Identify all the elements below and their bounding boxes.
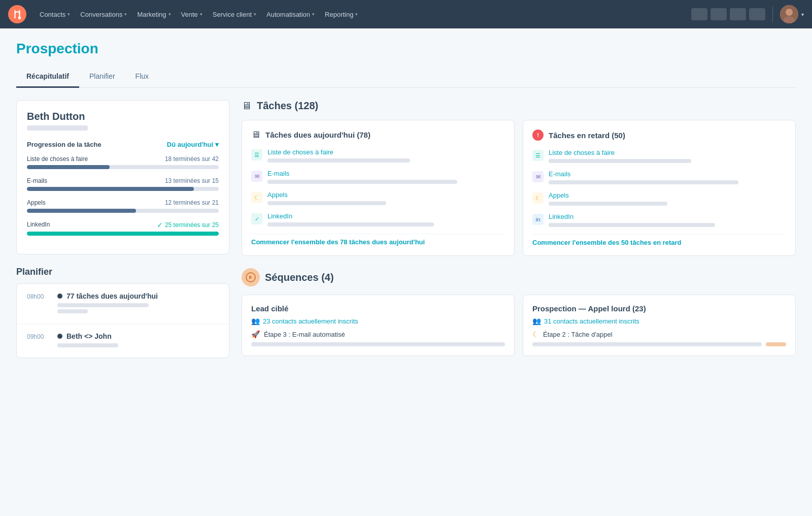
sequences-cards-row: Lead ciblé 👥 23 contacts actuellement in… xyxy=(242,295,796,356)
nav-logo[interactable] xyxy=(8,5,26,23)
person-subtitle-bar xyxy=(27,125,88,131)
tasks-late-title: Tâches en retard (50) xyxy=(549,131,625,140)
svg-point-1 xyxy=(18,17,21,19)
top-nav: Contacts ▾Conversations ▾Marketing ▾Vent… xyxy=(0,0,812,28)
progress-item-1: E-mails13 terminées sur 15 xyxy=(27,177,219,191)
seq-card-0: Lead ciblé 👥 23 contacts actuellement in… xyxy=(242,295,515,356)
schedule-content-2: Beth <> John xyxy=(57,332,219,349)
tasks-late-link[interactable]: Commencer l'ensemble des 50 tâches en re… xyxy=(532,234,786,246)
nav-item-conversations[interactable]: Conversations ▾ xyxy=(75,8,132,21)
seq-card-1-contacts[interactable]: 👥 31 contacts actuellement inscrits xyxy=(532,317,786,325)
planifier-title: Planifier xyxy=(16,267,229,277)
seq-bar-main-1 xyxy=(532,342,762,346)
tasks-late-items-item-name-2[interactable]: Appels xyxy=(549,191,786,199)
tasks-late-items-item-icon-1: ✉ xyxy=(532,171,544,182)
progress-item-0: Liste de choses à faire18 terminées sur … xyxy=(27,155,219,169)
schedule-time-1: 08h00 xyxy=(27,292,49,300)
tab-planifier[interactable]: Planifier xyxy=(79,67,125,88)
tab-flux[interactable]: Flux xyxy=(125,67,159,88)
tasks-today-items-item-icon-2: ☾ xyxy=(251,192,262,203)
nav-action-btn-2[interactable] xyxy=(710,8,727,20)
tasks-late-items-item-icon-0: ☰ xyxy=(532,150,544,161)
tasks-today-card: 🖥 Tâches dues aujourd'hui (78) ☰Liste de… xyxy=(242,120,515,256)
tasks-today-items-item-name-3[interactable]: LinkedIn xyxy=(267,212,505,220)
seq-step-icon-1: ☾ xyxy=(532,330,539,338)
nav-item-contacts[interactable]: Contacts ▾ xyxy=(35,8,75,21)
seq-bar-0 xyxy=(251,342,505,346)
progress-item-2: Appels12 terminées sur 21 xyxy=(27,199,219,213)
tasks-today-items-item-1: ✉E-mails xyxy=(251,170,505,184)
tasks-late-badge: ! xyxy=(532,130,544,141)
tasks-today-items-item-icon-1: ✉ xyxy=(251,171,262,182)
nav-item-automatisation[interactable]: Automatisation ▾ xyxy=(261,8,320,21)
tab-recapitulatif[interactable]: Récapitulatif xyxy=(16,67,79,88)
progress-items: Liste de choses à faire18 terminées sur … xyxy=(27,155,219,236)
seq-card-1-title: Prospection — Appel lourd (23) xyxy=(532,304,786,313)
schedule-event-1: 77 tâches dues aujourd'hui xyxy=(57,292,219,300)
dot-1 xyxy=(57,294,62,299)
tasks-late-card: ! Tâches en retard (50) ☰Liste de choses… xyxy=(523,120,796,256)
schedule-bar-1a xyxy=(57,303,149,307)
tasks-late-items-item-icon-2: ☾ xyxy=(532,192,544,204)
seq-card-0-contacts[interactable]: 👥 23 contacts actuellement inscrits xyxy=(251,317,505,325)
tasks-today-icon: 🖥 xyxy=(251,130,260,140)
progress-header: Progression de la tâche Dû aujourd'hui ▾ xyxy=(27,141,219,148)
schedule-time-2: 09h00 xyxy=(27,332,49,340)
sequences-section-header: Séquences (4) xyxy=(242,268,796,286)
tasks-row: 🖥 Tâches dues aujourd'hui (78) ☰Liste de… xyxy=(242,120,796,256)
tasks-today-link[interactable]: Commencer l'ensemble des 78 tâches dues … xyxy=(251,234,505,246)
tab-bar: Récapitulatif Planifier Flux xyxy=(16,67,796,88)
tasks-today-items-item-name-1[interactable]: E-mails xyxy=(267,170,505,177)
tasks-today-items: ☰Liste de choses à faire✉E-mails☾Appels✓… xyxy=(251,148,505,227)
tasks-today-header: 🖥 Tâches dues aujourd'hui (78) xyxy=(251,130,505,140)
seq-card-0-title: Lead ciblé xyxy=(251,304,505,313)
person-name: Beth Dutton xyxy=(27,111,219,122)
tasks-late-items-item-2: ☾Appels xyxy=(532,191,786,206)
schedule-row-2: 09h00 Beth <> John xyxy=(17,324,229,358)
nav-action-btn-1[interactable] xyxy=(691,8,707,20)
tasks-late-items-item-3: inLinkedIn xyxy=(532,213,786,227)
left-column: Beth Dutton Progression de la tâche Dû a… xyxy=(16,100,229,358)
tasks-today-items-item-3: ✓LinkedIn xyxy=(251,212,505,227)
tasks-today-title: Tâches dues aujourd'hui (78) xyxy=(265,131,370,139)
seq-card-1: Prospection — Appel lourd (23) 👥 31 cont… xyxy=(523,295,796,356)
schedule-content-1: 77 tâches dues aujourd'hui xyxy=(57,292,219,315)
tasks-late-items-item-name-3[interactable]: LinkedIn xyxy=(549,213,786,220)
page-title: Prospection xyxy=(16,41,796,57)
nav-items: Contacts ▾Conversations ▾Marketing ▾Vent… xyxy=(35,8,363,21)
sequences-section-heading: Séquences (4) xyxy=(265,272,334,283)
nav-item-vente[interactable]: Vente ▾ xyxy=(176,8,208,21)
main-layout: Beth Dutton Progression de la tâche Dû a… xyxy=(16,100,796,358)
avatar[interactable] xyxy=(780,5,798,23)
nav-item-service-client[interactable]: Service client ▾ xyxy=(208,8,261,21)
tasks-today-items-item-name-0[interactable]: Liste de choses à faire xyxy=(267,148,505,156)
progress-due[interactable]: Dû aujourd'hui ▾ xyxy=(167,141,219,148)
seq-card-0-step: 🚀 Étape 3 : E-mail automatisé xyxy=(251,330,505,338)
avatar-chevron: ▾ xyxy=(801,12,804,17)
progress-item-3: LinkedIn✓ 25 terminées sur 25 xyxy=(27,221,219,236)
tasks-late-items-item-name-1[interactable]: E-mails xyxy=(549,170,786,178)
tasks-section-heading: Tâches (128) xyxy=(257,100,318,112)
sequences-section-icon xyxy=(242,268,260,286)
nav-action-btn-4[interactable] xyxy=(749,8,765,20)
tasks-late-items-item-0: ☰Liste de choses à faire xyxy=(532,149,786,163)
right-column: 🖥 Tâches (128) 🖥 Tâches dues aujourd'hui… xyxy=(242,100,796,358)
nav-item-marketing[interactable]: Marketing ▾ xyxy=(132,8,176,21)
tasks-section-icon: 🖥 xyxy=(242,100,252,112)
schedule-bar-2a xyxy=(57,343,118,347)
progress-label: Progression de la tâche xyxy=(27,141,101,148)
seq-bar-small-1 xyxy=(766,342,786,346)
nav-item-reporting[interactable]: Reporting ▾ xyxy=(320,8,363,21)
person-card: Beth Dutton Progression de la tâche Dû a… xyxy=(16,100,229,254)
schedule-row-1: 08h00 77 tâches dues aujourd'hui xyxy=(17,284,229,324)
dot-2 xyxy=(57,334,62,339)
tasks-today-items-item-2: ☾Appels xyxy=(251,191,505,205)
nav-divider xyxy=(772,6,773,22)
tasks-today-items-item-0: ☰Liste de choses à faire xyxy=(251,148,505,163)
nav-action-btn-3[interactable] xyxy=(730,8,746,20)
seq-step-icon-0: 🚀 xyxy=(251,330,260,338)
tasks-today-items-item-name-2[interactable]: Appels xyxy=(267,191,505,199)
tasks-late-items-item-name-0[interactable]: Liste de choses à faire xyxy=(549,149,786,156)
schedule-event-2: Beth <> John xyxy=(57,332,219,340)
svg-point-0 xyxy=(8,5,26,23)
